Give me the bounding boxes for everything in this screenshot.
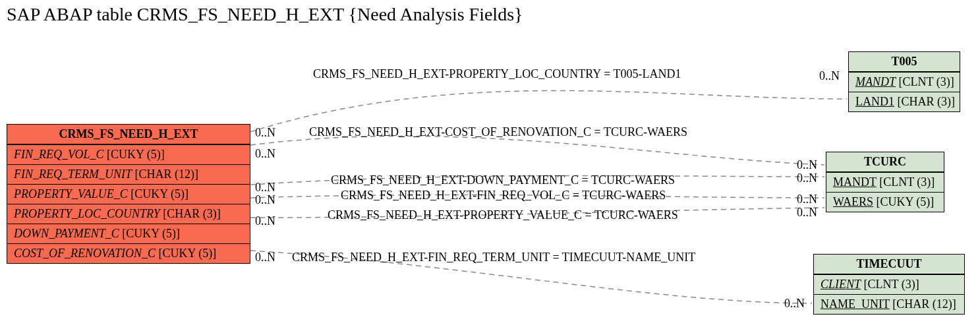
- table-row: LAND1 [CHAR (3)]: [849, 92, 960, 111]
- cardinality-label: 0..N: [255, 214, 275, 228]
- table-row: FIN_REQ_TERM_UNIT [CHAR (12)]: [7, 164, 250, 184]
- cardinality-label: 0..N: [255, 126, 275, 140]
- field-type: [CLNT (3)]: [864, 278, 919, 291]
- cardinality-label: 0..N: [255, 251, 275, 264]
- field-name: COST_OF_RENOVATION_C: [14, 247, 156, 260]
- field-type: [CUKY (5)]: [107, 148, 165, 161]
- field-name: WAERS: [833, 195, 873, 208]
- table-row: MANDT [CLNT (3)]: [849, 72, 960, 92]
- field-type: [CUKY (5)]: [877, 195, 935, 208]
- relation-label: CRMS_FS_NEED_H_EXT-FIN_REQ_VOL_C = TCURC…: [341, 189, 666, 202]
- table-t005-header: T005: [849, 52, 960, 72]
- field-type: [CUKY (5)]: [130, 187, 188, 200]
- cardinality-label: 0..N: [797, 171, 817, 185]
- cardinality-label: 0..N: [797, 206, 817, 220]
- table-timecuut-header: TIMECUUT: [814, 255, 964, 274]
- cardinality-label: 0..N: [819, 69, 840, 83]
- field-name: MANDT: [833, 175, 877, 189]
- table-row: MANDT [CLNT (3)]: [826, 172, 944, 192]
- field-name: LAND1: [855, 95, 894, 108]
- field-name: CLIENT: [821, 278, 861, 291]
- field-type: [CLNT (3)]: [899, 75, 954, 88]
- table-row: NAME_UNIT [CHAR (12)]: [814, 294, 964, 314]
- table-row: DOWN_PAYMENT_C [CUKY (5)]: [7, 224, 250, 243]
- relation-label: CRMS_FS_NEED_H_EXT-PROPERTY_LOC_COUNTRY …: [313, 67, 681, 81]
- relation-label: CRMS_FS_NEED_H_EXT-PROPERTY_VALUE_C = TC…: [328, 208, 678, 222]
- field-name: MANDT: [855, 75, 896, 88]
- field-type: [CHAR (12)]: [892, 297, 956, 311]
- table-tcurc-header: TCURC: [826, 152, 944, 172]
- field-type: [CUKY (5)]: [159, 247, 217, 260]
- table-row: CLIENT [CLNT (3)]: [814, 274, 964, 294]
- table-row: COST_OF_RENOVATION_C [CUKY (5)]: [7, 243, 250, 263]
- field-type: [CLNT (3)]: [879, 175, 935, 189]
- field-type: [CHAR (3)]: [898, 95, 956, 108]
- field-type: [CHAR (12)]: [135, 167, 199, 181]
- field-name: PROPERTY_LOC_COUNTRY: [14, 207, 160, 220]
- field-name: FIN_REQ_TERM_UNIT: [14, 167, 132, 181]
- table-t005: T005 MANDT [CLNT (3)] LAND1 [CHAR (3)]: [848, 51, 960, 112]
- cardinality-label: 0..N: [255, 193, 275, 207]
- cardinality-label: 0..N: [797, 158, 817, 172]
- field-type: [CHAR (3)]: [163, 207, 221, 220]
- table-main: CRMS_FS_NEED_H_EXT FIN_REQ_VOL_C [CUKY (…: [7, 124, 250, 264]
- table-timecuut: TIMECUUT CLIENT [CLNT (3)] NAME_UNIT [CH…: [813, 254, 965, 315]
- table-row: FIN_REQ_VOL_C [CUKY (5)]: [7, 144, 250, 164]
- cardinality-label: 0..N: [255, 181, 275, 195]
- relation-label: CRMS_FS_NEED_H_EXT-COST_OF_RENOVATION_C …: [309, 125, 687, 139]
- field-name: PROPERTY_VALUE_C: [14, 187, 128, 200]
- field-name: DOWN_PAYMENT_C: [14, 227, 119, 240]
- page-title: SAP ABAP table CRMS_FS_NEED_H_EXT {Need …: [7, 4, 523, 25]
- field-name: FIN_REQ_VOL_C: [14, 148, 103, 161]
- relation-label: CRMS_FS_NEED_H_EXT-DOWN_PAYMENT_C = TCUR…: [331, 173, 675, 187]
- table-row: PROPERTY_VALUE_C [CUKY (5)]: [7, 184, 250, 204]
- table-row: WAERS [CUKY (5)]: [826, 192, 944, 212]
- cardinality-label: 0..N: [784, 297, 805, 311]
- field-name: NAME_UNIT: [821, 297, 890, 311]
- relation-label: CRMS_FS_NEED_H_EXT-FIN_REQ_TERM_UNIT = T…: [292, 251, 695, 264]
- table-row: PROPERTY_LOC_COUNTRY [CHAR (3)]: [7, 204, 250, 224]
- table-main-header: CRMS_FS_NEED_H_EXT: [7, 125, 250, 144]
- table-tcurc: TCURC MANDT [CLNT (3)] WAERS [CUKY (5)]: [826, 152, 944, 212]
- cardinality-label: 0..N: [797, 193, 817, 206]
- cardinality-label: 0..N: [255, 147, 275, 161]
- field-type: [CUKY (5)]: [122, 227, 180, 240]
